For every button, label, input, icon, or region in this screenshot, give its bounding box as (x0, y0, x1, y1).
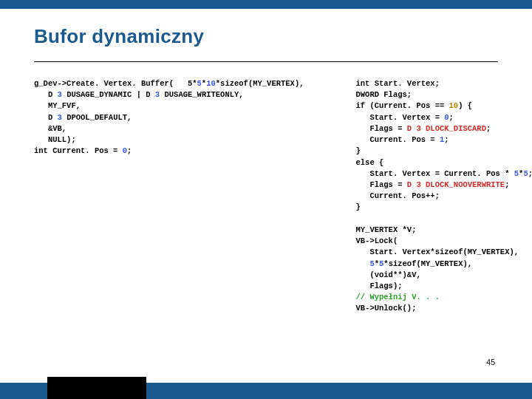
code-columns: g_Dev->Create. Vertex. Buffer( 5*5*10*si… (34, 78, 498, 315)
horizontal-rule (34, 61, 498, 62)
slide-title: Bufor dynamiczny (34, 25, 498, 48)
code-right: int Start. Vertex; DWORD Flags; if (Curr… (356, 78, 532, 315)
top-accent-bar (0, 0, 532, 9)
code-left: g_Dev->Create. Vertex. Buffer( 5*5*10*si… (34, 78, 304, 315)
slide-body: Bufor dynamiczny g_Dev->Create. Vertex. … (0, 9, 532, 315)
bottom-black-block (47, 377, 146, 399)
page-number: 45 (486, 358, 495, 366)
